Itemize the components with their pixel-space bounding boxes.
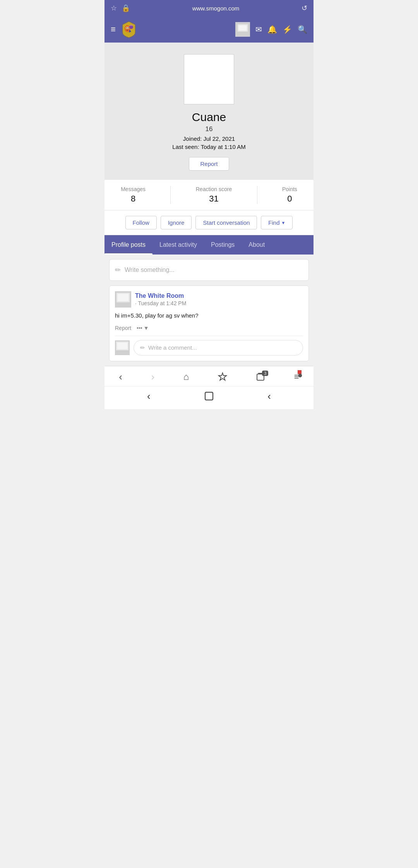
- favorite-icon[interactable]: ☆: [111, 4, 117, 12]
- post-author-name[interactable]: The White Room: [135, 292, 186, 299]
- comment-input-box[interactable]: ✏ Write a comment...: [134, 340, 303, 355]
- joined-date: Jul 22, 2021: [203, 135, 235, 142]
- post-author-avatar[interactable]: [115, 291, 131, 308]
- user-avatar-thumbnail[interactable]: [235, 22, 250, 37]
- menu-badge: ●: [298, 370, 302, 374]
- nav-tabs-button[interactable]: 3: [256, 372, 265, 381]
- messages-value: 8: [131, 194, 135, 204]
- find-button[interactable]: Find ▼: [261, 216, 293, 229]
- system-recents-button[interactable]: ‹: [267, 390, 271, 402]
- post-report-link[interactable]: Report: [115, 325, 131, 331]
- hamburger-menu[interactable]: ≡: [111, 25, 116, 34]
- last-seen-value: Today at 1:10 AM: [201, 144, 246, 150]
- tab-postings[interactable]: Postings: [204, 235, 242, 255]
- mail-icon[interactable]: ✉: [255, 25, 262, 34]
- nav-star-button[interactable]: [218, 372, 227, 381]
- write-icon: ✏: [115, 266, 121, 274]
- last-seen-label: Last seen:: [172, 144, 199, 150]
- comment-input-placeholder: Write a comment...: [148, 344, 197, 351]
- system-nav: ‹ ‹: [104, 386, 314, 409]
- post-header: The White Room · Tuesday at 1:42 PM: [115, 291, 303, 308]
- tabs-count: 3: [262, 371, 268, 376]
- content-area: ✏ Write something... The White Room · Tu…: [104, 255, 314, 366]
- header-left: ≡: [111, 21, 137, 38]
- svg-rect-15: [117, 342, 128, 349]
- url-bar[interactable]: www.smogon.com: [130, 5, 302, 12]
- points-value: 0: [287, 194, 292, 204]
- nav-forward-button[interactable]: ›: [151, 371, 154, 383]
- post-more-chevron-icon: ▼: [144, 325, 149, 331]
- stat-divider-2: [257, 186, 257, 204]
- tab-postings-label: Postings: [211, 241, 235, 248]
- smogon-logo[interactable]: [120, 21, 137, 38]
- post-actions: Report ••• ▼: [115, 325, 303, 331]
- find-chevron-icon: ▼: [281, 220, 286, 225]
- write-something-box[interactable]: ✏ Write something...: [109, 259, 309, 281]
- tab-about-label: About: [248, 241, 265, 248]
- report-button[interactable]: Report: [189, 157, 229, 171]
- reaction-label: Reaction score: [196, 186, 232, 192]
- profile-id: 16: [206, 125, 213, 133]
- header-right: ✉ 🔔 ⚡ 🔍: [235, 22, 307, 37]
- comment-input-icon: ✏: [140, 344, 145, 351]
- stat-divider-1: [170, 186, 171, 204]
- points-label: Points: [282, 186, 297, 192]
- start-conversation-button[interactable]: Start conversation: [195, 216, 257, 229]
- browser-bar: ☆ 🔒 www.smogon.com ↺: [104, 0, 314, 16]
- post-card: The White Room · Tuesday at 1:42 PM hi i…: [109, 285, 309, 361]
- profile-last-seen: Last seen: Today at 1:10 AM: [172, 144, 245, 150]
- reaction-stat: Reaction score 31: [196, 186, 232, 204]
- browser-right-icons: ↺: [302, 4, 307, 12]
- profile-avatar: [184, 54, 234, 104]
- post-time: · Tuesday at 1:42 PM: [135, 300, 186, 306]
- messages-label: Messages: [121, 186, 146, 192]
- app-header: ≡ ✉ 🔔 ⚡: [104, 16, 314, 43]
- post-meta: The White Room · Tuesday at 1:42 PM: [135, 292, 186, 306]
- joined-label: Joined:: [183, 135, 202, 142]
- tab-about[interactable]: About: [242, 235, 272, 255]
- stats-row: Messages 8 Reaction score 31 Points 0: [104, 180, 314, 210]
- nav-back-button[interactable]: ‹: [119, 371, 122, 383]
- nav-menu-button[interactable]: ≡ ●: [294, 372, 299, 382]
- profile-section: Cuane 16 Joined: Jul 22, 2021 Last seen:…: [104, 43, 314, 180]
- lock-icon: 🔒: [122, 4, 130, 12]
- svg-rect-9: [239, 26, 247, 31]
- refresh-icon[interactable]: ↺: [302, 4, 307, 12]
- nav-home-button[interactable]: ⌂: [183, 371, 189, 382]
- search-icon[interactable]: 🔍: [298, 25, 307, 34]
- write-placeholder: Write something...: [125, 267, 175, 273]
- messages-stat: Messages 8: [121, 186, 146, 204]
- points-stat: Points 0: [282, 186, 297, 204]
- ignore-button[interactable]: Ignore: [161, 216, 192, 229]
- browser-left-icons: ☆ 🔒: [111, 4, 130, 12]
- post-more-dots: •••: [137, 325, 142, 331]
- profile-joined: Joined: Jul 22, 2021: [183, 135, 235, 142]
- tab-profile-posts-label: Profile posts: [111, 241, 146, 248]
- action-buttons: Follow Ignore Start conversation Find ▼: [104, 210, 314, 235]
- svg-point-5: [128, 27, 128, 28]
- tab-latest-activity[interactable]: Latest activity: [152, 235, 204, 255]
- tab-latest-activity-label: Latest activity: [159, 241, 197, 248]
- post-content: hi im+5.30, play for ag sv when?: [115, 311, 303, 320]
- comment-avatar: [115, 340, 130, 355]
- bell-icon[interactable]: 🔔: [267, 25, 277, 34]
- reaction-value: 31: [209, 194, 218, 204]
- post-more-button[interactable]: ••• ▼: [137, 325, 149, 331]
- svg-point-4: [126, 27, 127, 28]
- comment-area: ✏ Write a comment...: [115, 336, 303, 355]
- tab-profile-posts[interactable]: Profile posts: [104, 235, 152, 255]
- follow-button[interactable]: Follow: [125, 216, 157, 229]
- system-home-button[interactable]: [205, 392, 213, 400]
- profile-name: Cuane: [192, 111, 226, 124]
- find-label: Find: [268, 219, 279, 226]
- system-back-button[interactable]: ‹: [147, 390, 151, 402]
- profile-tabs: Profile posts Latest activity Postings A…: [104, 235, 314, 255]
- svg-rect-12: [118, 294, 129, 301]
- bottom-nav: ‹ › ⌂ 3 ≡ ●: [104, 366, 314, 386]
- lightning-icon[interactable]: ⚡: [283, 25, 292, 34]
